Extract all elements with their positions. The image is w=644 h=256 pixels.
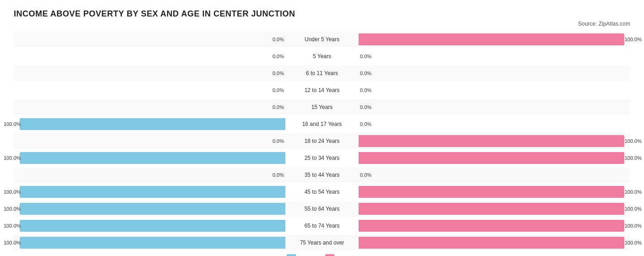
male-section: 100.0% bbox=[14, 201, 285, 217]
female-value: 0.0% bbox=[359, 71, 373, 76]
female-section: 100.0% bbox=[359, 133, 630, 149]
age-label: 18 to 24 Years bbox=[285, 138, 359, 144]
female-value: 0.0% bbox=[359, 172, 373, 178]
age-label: 35 to 44 Years bbox=[285, 172, 359, 178]
age-label: 55 to 64 Years bbox=[285, 206, 359, 212]
female-value: 100.0% bbox=[625, 223, 642, 229]
male-value: 100.0% bbox=[4, 240, 21, 245]
age-label: 5 Years bbox=[285, 53, 359, 60]
female-bar: 100.0% bbox=[359, 152, 624, 164]
male-value: 100.0% bbox=[4, 206, 21, 212]
age-label: 16 and 17 Years bbox=[285, 121, 359, 127]
table-row: 100.0%25 to 34 Years100.0% bbox=[14, 150, 630, 166]
female-value: 0.0% bbox=[359, 54, 373, 59]
male-label: Male bbox=[299, 255, 311, 256]
male-section: 0.0% bbox=[14, 99, 285, 115]
legend-male: Male bbox=[287, 254, 311, 256]
age-label: 65 to 74 Years bbox=[285, 223, 359, 229]
female-value: 100.0% bbox=[625, 155, 642, 161]
male-section: 0.0% bbox=[14, 82, 285, 98]
male-value: 0.0% bbox=[271, 138, 285, 144]
age-label: Under 5 Years bbox=[285, 36, 359, 43]
male-value: 100.0% bbox=[4, 121, 21, 127]
age-label: 25 to 34 Years bbox=[285, 155, 359, 161]
male-section: 100.0% bbox=[14, 218, 285, 234]
table-row: 0.0%35 to 44 Years0.0% bbox=[14, 167, 630, 183]
male-section: 0.0% bbox=[14, 167, 285, 183]
male-section: 0.0% bbox=[14, 133, 285, 149]
female-color-swatch bbox=[325, 254, 334, 256]
male-section: 100.0% bbox=[14, 235, 285, 251]
chart-title: INCOME ABOVE POVERTY BY SEX AND AGE IN C… bbox=[14, 9, 630, 19]
male-bar: 100.0% bbox=[20, 237, 285, 249]
table-row: 100.0%16 and 17 Years0.0% bbox=[14, 116, 630, 132]
male-section: 100.0% bbox=[14, 116, 285, 132]
male-value: 0.0% bbox=[271, 71, 285, 76]
female-value: 0.0% bbox=[359, 121, 373, 127]
male-value: 0.0% bbox=[271, 54, 285, 59]
female-value: 0.0% bbox=[359, 87, 373, 93]
female-section: 0.0% bbox=[359, 49, 630, 64]
table-row: 100.0%45 to 54 Years100.0% bbox=[14, 184, 630, 200]
male-bar: 100.0% bbox=[20, 152, 285, 164]
male-value: 0.0% bbox=[271, 172, 285, 178]
legend-female: Female bbox=[325, 254, 357, 256]
female-section: 0.0% bbox=[359, 99, 630, 115]
male-value: 100.0% bbox=[4, 155, 21, 161]
table-row: 0.0%18 to 24 Years100.0% bbox=[14, 133, 630, 149]
male-color-swatch bbox=[287, 254, 296, 256]
male-section: 100.0% bbox=[14, 184, 285, 200]
female-section: 0.0% bbox=[359, 116, 630, 132]
male-value: 0.0% bbox=[271, 37, 285, 42]
male-value: 0.0% bbox=[271, 104, 285, 110]
male-section: 0.0% bbox=[14, 49, 285, 64]
female-section: 0.0% bbox=[359, 167, 630, 183]
male-bar: 100.0% bbox=[20, 186, 285, 198]
female-section: 100.0% bbox=[359, 235, 630, 251]
male-section: 0.0% bbox=[14, 32, 285, 47]
female-section: 0.0% bbox=[359, 82, 630, 98]
male-section: 0.0% bbox=[14, 65, 285, 81]
female-section: 100.0% bbox=[359, 201, 630, 217]
male-bar: 100.0% bbox=[20, 220, 285, 232]
age-label: 6 to 11 Years bbox=[285, 70, 359, 76]
male-value: 100.0% bbox=[4, 189, 21, 195]
female-bar: 100.0% bbox=[359, 33, 624, 45]
female-section: 100.0% bbox=[359, 184, 630, 200]
male-value: 0.0% bbox=[271, 87, 285, 93]
female-value: 100.0% bbox=[625, 206, 642, 212]
female-bar: 100.0% bbox=[359, 237, 624, 249]
table-row: 0.0%15 Years0.0% bbox=[14, 99, 630, 115]
source-label: Source: ZipAtlas.com bbox=[14, 21, 630, 27]
male-section: 100.0% bbox=[14, 150, 285, 166]
male-bar: 100.0% bbox=[20, 118, 285, 130]
female-bar: 100.0% bbox=[359, 186, 624, 198]
table-row: 0.0%5 Years0.0% bbox=[14, 49, 630, 64]
chart-container: 0.0%Under 5 Years100.0%0.0%5 Years0.0%0.… bbox=[14, 32, 630, 251]
male-value: 100.0% bbox=[4, 223, 21, 229]
age-label: 15 Years bbox=[285, 104, 359, 110]
age-label: 12 to 14 Years bbox=[285, 87, 359, 93]
female-section: 100.0% bbox=[359, 218, 630, 234]
table-row: 100.0%65 to 74 Years100.0% bbox=[14, 218, 630, 234]
female-section: 100.0% bbox=[359, 150, 630, 166]
female-bar: 100.0% bbox=[359, 203, 624, 215]
table-row: 0.0%6 to 11 Years0.0% bbox=[14, 65, 630, 81]
female-value: 0.0% bbox=[359, 104, 373, 110]
female-section: 100.0% bbox=[359, 32, 630, 47]
female-section: 0.0% bbox=[359, 65, 630, 81]
female-label: Female bbox=[337, 255, 357, 256]
female-value: 100.0% bbox=[625, 189, 642, 195]
female-value: 100.0% bbox=[625, 240, 642, 245]
table-row: 0.0%12 to 14 Years0.0% bbox=[14, 82, 630, 98]
table-row: 0.0%Under 5 Years100.0% bbox=[14, 32, 630, 47]
male-bar: 100.0% bbox=[20, 203, 285, 215]
age-label: 45 to 54 Years bbox=[285, 189, 359, 195]
table-row: 100.0%55 to 64 Years100.0% bbox=[14, 201, 630, 217]
female-bar: 100.0% bbox=[359, 220, 624, 232]
female-value: 100.0% bbox=[625, 37, 642, 42]
table-row: 100.0%75 Years and over100.0% bbox=[14, 235, 630, 251]
female-value: 100.0% bbox=[625, 138, 642, 144]
age-label: 75 Years and over bbox=[285, 240, 359, 246]
legend: Male Female bbox=[14, 254, 630, 256]
